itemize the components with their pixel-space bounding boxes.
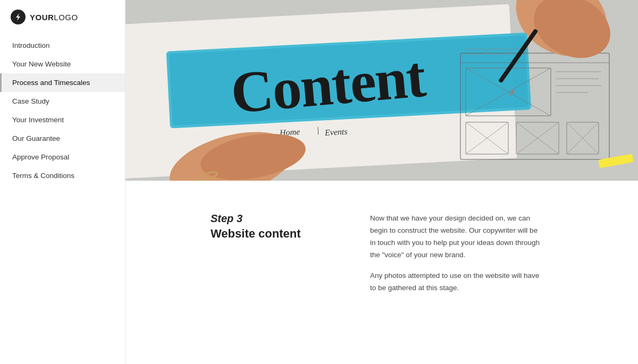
sidebar-item-introduction[interactable]: Introduction <box>0 36 125 55</box>
hero-svg: Content <box>125 0 638 181</box>
lightning-icon <box>14 13 22 21</box>
sidebar-item-our-guarantee[interactable]: Our Guarantee <box>0 129 125 148</box>
hero-image: Content <box>125 0 638 181</box>
main-content: Content <box>125 0 638 364</box>
step-description-paragraph-1: Now that we have your design decided on,… <box>370 213 540 261</box>
step-description-paragraph-2: Any photos attempted to use on the websi… <box>370 270 540 294</box>
sidebar: YOURLOGO Introduction Your New Website P… <box>0 0 125 364</box>
svg-text:Events: Events <box>324 127 347 137</box>
sidebar-item-your-new-website[interactable]: Your New Website <box>0 55 125 73</box>
sidebar-item-process-and-timescales[interactable]: Process and Timescales <box>0 73 125 92</box>
sidebar-item-approve-proposal[interactable]: Approve Proposal <box>0 148 125 166</box>
logo-bold-text: YOUR <box>30 13 54 22</box>
content-section: Step 3 Website content Now that we have … <box>125 181 638 326</box>
step-description: Now that we have your design decided on,… <box>370 213 540 294</box>
logo-area: YOURLOGO <box>0 0 125 36</box>
step-info: Step 3 Website content <box>211 213 328 294</box>
logo-light-text: LOGO <box>54 13 78 22</box>
sidebar-item-case-study[interactable]: Case Study <box>0 92 125 111</box>
logo-icon <box>11 10 26 24</box>
step-label: Step 3 <box>211 213 328 225</box>
sidebar-item-your-investment[interactable]: Your Investment <box>0 111 125 129</box>
svg-text:|: | <box>316 125 319 135</box>
step-title: Website content <box>211 227 328 241</box>
sidebar-nav: Introduction Your New Website Process an… <box>0 36 125 185</box>
svg-marker-0 <box>16 13 20 21</box>
sidebar-item-terms-conditions[interactable]: Terms & Conditions <box>0 166 125 185</box>
logo-text: YOURLOGO <box>30 13 78 22</box>
